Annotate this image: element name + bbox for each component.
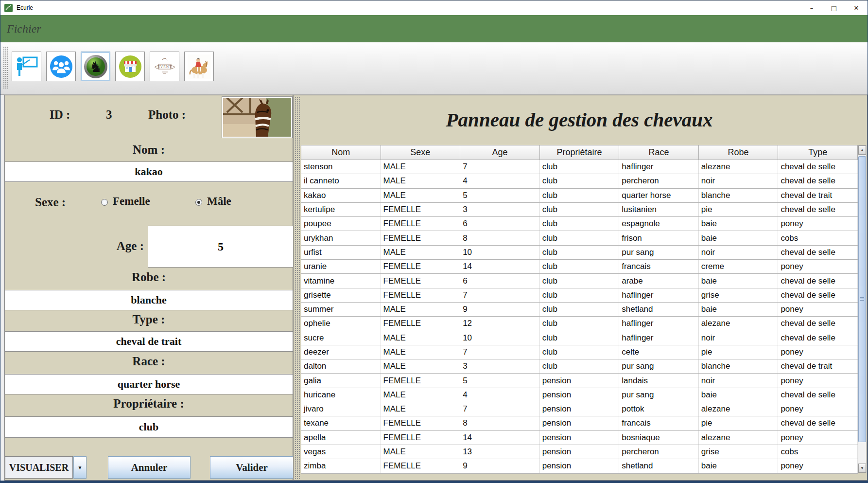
toolbar-button-riders[interactable]: [184, 52, 214, 81]
table-cell[interactable]: shetland: [619, 302, 699, 316]
table-cell[interactable]: FEMELLE: [381, 274, 460, 288]
table-row[interactable]: texaneFEMELLE8pensionfrancaispiecheval d…: [301, 416, 858, 430]
table-cell[interactable]: pension: [539, 388, 619, 402]
table-cell[interactable]: grise: [698, 288, 778, 302]
table-cell[interactable]: kakao: [301, 188, 381, 202]
table-row[interactable]: grisetteFEMELLE7clubhaflingergrisecheval…: [301, 288, 858, 302]
table-cell[interactable]: FEMELLE: [381, 231, 460, 245]
table-cell[interactable]: 12: [460, 317, 540, 331]
radio-male[interactable]: [195, 199, 202, 206]
radio-femelle-label[interactable]: Femelle: [113, 195, 150, 208]
table-cell[interactable]: cheval de trait: [778, 188, 858, 202]
table-cell[interactable]: MALE: [381, 160, 460, 174]
column-header[interactable]: Age: [460, 145, 540, 160]
table-cell[interactable]: uranie: [301, 260, 381, 274]
table-cell[interactable]: sucre: [301, 331, 381, 345]
table-cell[interactable]: cobs: [778, 445, 858, 459]
table-cell[interactable]: arabe: [619, 274, 699, 288]
table-cell[interactable]: 3: [460, 359, 540, 374]
table-cell[interactable]: club: [539, 345, 619, 359]
race-field[interactable]: quarter horse: [5, 374, 293, 394]
table-cell[interactable]: kertulipe: [301, 202, 381, 216]
scroll-down-button[interactable]: ▼: [858, 464, 866, 473]
table-cell[interactable]: poney: [778, 459, 858, 473]
table-cell[interactable]: pie: [698, 416, 778, 430]
table-cell[interactable]: MALE: [381, 331, 460, 345]
table-row[interactable]: daltonMALE3clubpur sangblanchecheval de …: [301, 359, 858, 374]
table-row[interactable]: galiaFEMELLE5pensionlandaisnoirponey: [301, 374, 858, 388]
toolbar-button-clients[interactable]: [46, 52, 76, 81]
table-cell[interactable]: MALE: [381, 388, 460, 402]
table-cell[interactable]: FEMELLE: [381, 374, 460, 388]
table-cell[interactable]: 4: [460, 174, 540, 188]
table-cell[interactable]: club: [539, 160, 619, 174]
table-cell[interactable]: cheval de selle: [778, 160, 858, 174]
table-cell[interactable]: jivaro: [301, 402, 381, 416]
table-row[interactable]: sucreMALE10clubhaflingernoircheval de se…: [301, 331, 858, 345]
proprietaire-field[interactable]: club: [5, 416, 293, 438]
table-row[interactable]: poupeeFEMELLE6clubespagnolebaieponey: [301, 217, 858, 231]
table-cell[interactable]: 8: [460, 231, 540, 245]
toolbar-button-shop[interactable]: [115, 52, 145, 81]
table-cell[interactable]: poney: [778, 302, 858, 316]
scrollbar-track[interactable]: [858, 155, 866, 464]
table-cell[interactable]: baie: [698, 459, 778, 473]
column-header[interactable]: Sexe: [381, 145, 460, 160]
table-cell[interactable]: club: [539, 217, 619, 231]
table-cell[interactable]: pension: [539, 416, 619, 430]
table-cell[interactable]: pottok: [619, 402, 699, 416]
table-cell[interactable]: huricane: [301, 388, 381, 402]
menu-fichier[interactable]: Fichier: [7, 22, 41, 36]
table-row[interactable]: kertulipeFEMELLE3clublusitanienpiecheval…: [301, 202, 858, 216]
table-cell[interactable]: poney: [778, 430, 858, 445]
table-cell[interactable]: poney: [778, 217, 858, 231]
table-cell[interactable]: 10: [460, 331, 540, 345]
table-cell[interactable]: pension: [539, 459, 619, 473]
table-cell[interactable]: 3: [460, 202, 540, 216]
table-cell[interactable]: cheval de selle: [778, 317, 858, 331]
table-cell[interactable]: texane: [301, 416, 381, 430]
table-cell[interactable]: blanche: [698, 188, 778, 202]
table-cell[interactable]: FEMELLE: [381, 317, 460, 331]
column-header[interactable]: Robe: [698, 145, 778, 160]
table-row[interactable]: uranieFEMELLE14clubfrancaiscremeponey: [301, 260, 858, 274]
table-cell[interactable]: pur sang: [619, 359, 699, 374]
table-cell[interactable]: baie: [698, 231, 778, 245]
table-cell[interactable]: cheval de selle: [778, 202, 858, 216]
table-cell[interactable]: alezane: [698, 160, 778, 174]
table-cell[interactable]: dalton: [301, 359, 381, 374]
table-cell[interactable]: cheval de selle: [778, 388, 858, 402]
table-cell[interactable]: club: [539, 260, 619, 274]
column-header[interactable]: Propriétaire: [539, 145, 619, 160]
visualiser-dropdown[interactable]: VISUALISER: [5, 456, 73, 479]
table-cell[interactable]: FEMELLE: [381, 260, 460, 274]
table-row[interactable]: summerMALE9clubshetlandbaieponey: [301, 302, 858, 316]
column-header[interactable]: Race: [619, 145, 699, 160]
table-cell[interactable]: pension: [539, 374, 619, 388]
table-cell[interactable]: quarter horse: [619, 188, 699, 202]
type-field[interactable]: cheval de trait: [5, 331, 293, 352]
table-cell[interactable]: vegas: [301, 445, 381, 459]
table-row[interactable]: apellaFEMELLE14pensionbosniaquealezanepo…: [301, 430, 858, 445]
age-field[interactable]: 5: [148, 226, 294, 268]
table-cell[interactable]: 9: [460, 302, 540, 316]
table-cell[interactable]: noir: [698, 174, 778, 188]
panel-grip[interactable]: [295, 96, 300, 479]
table-cell[interactable]: poney: [778, 402, 858, 416]
table-row[interactable]: urfistMALE10clubpur sangnoircheval de se…: [301, 245, 858, 259]
close-button[interactable]: ✕: [845, 0, 868, 15]
table-cell[interactable]: club: [539, 188, 619, 202]
table-cell[interactable]: noir: [698, 374, 778, 388]
table-cell[interactable]: 7: [460, 288, 540, 302]
table-cell[interactable]: poney: [778, 260, 858, 274]
table-cell[interactable]: deezer: [301, 345, 381, 359]
table-cell[interactable]: cheval de selle: [778, 174, 858, 188]
table-cell[interactable]: club: [539, 231, 619, 245]
table-cell[interactable]: MALE: [381, 174, 460, 188]
table-cell[interactable]: club: [539, 288, 619, 302]
table-row[interactable]: urykhanFEMELLE8clubfrisonbaiecobs: [301, 231, 858, 245]
table-cell[interactable]: 6: [460, 274, 540, 288]
table-cell[interactable]: baie: [698, 217, 778, 231]
table-cell[interactable]: MALE: [381, 345, 460, 359]
table-cell[interactable]: MALE: [381, 188, 460, 202]
